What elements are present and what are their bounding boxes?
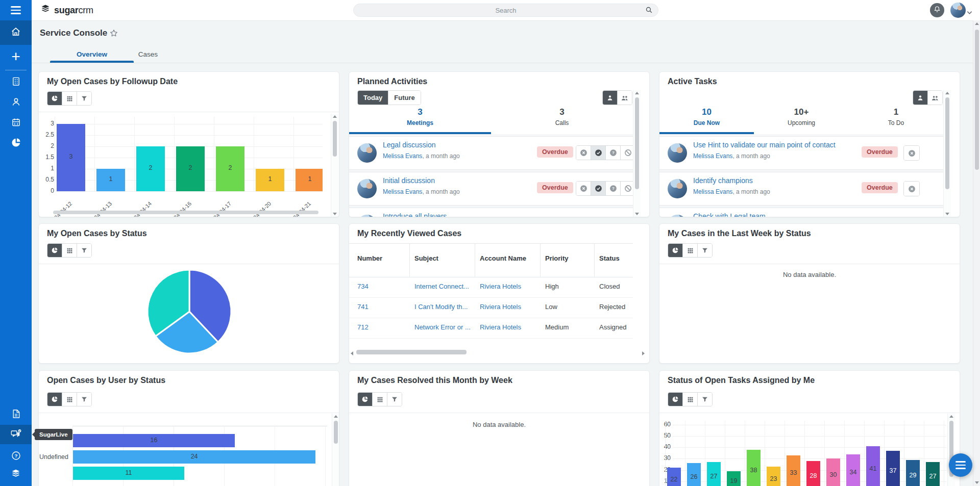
avatar[interactable] — [668, 179, 687, 198]
scroll-right-arrow[interactable] — [642, 351, 645, 355]
activity-link[interactable]: Legal discussion — [383, 141, 531, 149]
scroll-down-arrow[interactable] — [333, 213, 337, 215]
filter-button[interactable] — [698, 244, 712, 257]
vertical-scrollbar[interactable] — [633, 90, 641, 217]
page-scrollbar-thumb[interactable] — [975, 30, 979, 170]
team-items-button[interactable] — [618, 91, 632, 105]
held-activity-icon[interactable] — [591, 182, 606, 195]
scroll-down-arrow[interactable] — [635, 213, 639, 215]
held-activity-icon[interactable] — [591, 146, 606, 160]
quick-actions-fab[interactable] — [949, 453, 972, 477]
toggle-future[interactable]: Future — [388, 91, 420, 105]
vertical-scrollbar-thumb[interactable] — [635, 97, 639, 189]
my-items-button[interactable] — [913, 91, 928, 105]
table-view-button[interactable] — [683, 244, 698, 257]
chart-view-button[interactable] — [358, 393, 373, 406]
toggle-today[interactable]: Today — [358, 91, 388, 105]
scroll-up-arrow[interactable] — [945, 92, 949, 94]
search-icon[interactable] — [645, 6, 653, 16]
case-subject-link[interactable]: Internet Connect... — [414, 283, 469, 290]
sidebar-item-create[interactable]: + — [0, 45, 32, 68]
search-input[interactable] — [353, 4, 658, 17]
user-avatar[interactable] — [950, 3, 966, 18]
task-link[interactable]: Check with Legal team — [693, 212, 857, 217]
horizontal-scrollbar-thumb[interactable] — [53, 211, 318, 214]
favorite-star-icon[interactable] — [109, 29, 118, 40]
filter-button[interactable] — [387, 393, 402, 406]
chevron-down-icon[interactable] — [967, 8, 972, 17]
vertical-scrollbar-thumb[interactable] — [945, 97, 949, 189]
horizontal-scrollbar-thumb[interactable] — [356, 350, 467, 354]
vertical-scrollbar[interactable] — [947, 414, 955, 486]
notifications-button[interactable] — [930, 3, 944, 17]
scroll-down-arrow[interactable] — [945, 213, 949, 215]
close-activity-icon[interactable] — [576, 182, 591, 195]
tab-upcoming[interactable]: 10+ Upcoming — [754, 106, 849, 134]
chart-view-button[interactable] — [47, 92, 62, 105]
assignee-link[interactable]: Melissa Evans — [383, 152, 422, 160]
scroll-down-arrow[interactable] — [975, 481, 979, 484]
column-header-number[interactable]: Number — [357, 254, 382, 262]
scroll-up-arrow[interactable] — [333, 115, 337, 118]
column-header-priority[interactable]: Priority — [545, 254, 569, 262]
table-view-button[interactable] — [62, 393, 77, 406]
avatar[interactable] — [357, 215, 377, 217]
account-link[interactable]: Riviera Hotels — [480, 323, 521, 331]
my-items-button[interactable] — [603, 91, 618, 105]
tentative-activity-icon[interactable]: ? — [606, 182, 621, 195]
scroll-left-arrow[interactable] — [351, 351, 353, 355]
sidebar-item-calendar[interactable] — [0, 113, 32, 133]
team-items-button[interactable] — [928, 91, 942, 105]
column-header-status[interactable]: Status — [599, 254, 620, 262]
vertical-scrollbar-thumb[interactable] — [334, 421, 338, 444]
sidebar-item-accounts[interactable] — [0, 72, 32, 92]
tentative-activity-icon[interactable]: ? — [606, 146, 621, 160]
close-task-icon[interactable] — [904, 182, 919, 196]
page-scrollbar[interactable] — [973, 20, 980, 486]
table-view-button[interactable] — [373, 393, 387, 406]
column-header-subject[interactable]: Subject — [414, 254, 438, 262]
vertical-scrollbar[interactable] — [332, 414, 339, 486]
sidebar-item-help[interactable]: ? — [0, 446, 32, 467]
filter-button[interactable] — [698, 393, 712, 406]
vertical-scrollbar[interactable] — [331, 114, 338, 217]
sidebar-item-home[interactable] — [0, 20, 32, 45]
vertical-scrollbar-thumb[interactable] — [333, 121, 337, 157]
filter-button[interactable] — [77, 92, 91, 105]
case-number-link[interactable]: 741 — [357, 303, 369, 311]
tab-calls[interactable]: 3 Calls — [491, 106, 633, 134]
scroll-up-arrow[interactable] — [334, 415, 338, 418]
tab-due-now[interactable]: 10 Due Now — [659, 106, 754, 134]
close-activity-icon[interactable] — [576, 146, 591, 160]
table-view-button[interactable] — [62, 92, 77, 105]
tab-meetings[interactable]: 3 Meetings — [349, 106, 491, 134]
case-number-link[interactable]: 734 — [357, 283, 369, 290]
case-subject-link[interactable]: I Can't Modify th... — [414, 303, 468, 311]
sidebar-item-sugarlive[interactable] — [0, 425, 32, 444]
scroll-up-arrow[interactable] — [635, 92, 639, 94]
avatar[interactable] — [357, 143, 377, 163]
sidebar-menu-toggle[interactable] — [0, 3, 32, 17]
table-view-button[interactable] — [683, 393, 698, 406]
tab-overview[interactable]: Overview — [50, 50, 134, 58]
account-link[interactable]: Riviera Hotels — [480, 283, 521, 290]
scroll-up-arrow[interactable] — [949, 415, 953, 418]
avat​ar[interactable] — [357, 179, 377, 198]
sidebar-item-documents[interactable] — [0, 404, 32, 425]
sidebar-item-contacts[interactable] — [0, 92, 32, 113]
activity-link[interactable]: Initial discussion — [383, 176, 531, 185]
task-link[interactable]: Identify champions — [693, 176, 857, 185]
account-link[interactable]: Riviera Hotels — [480, 303, 521, 311]
assignee-link[interactable]: Melissa Evans — [693, 188, 732, 195]
assignee-link[interactable]: Melissa Evans — [693, 152, 732, 160]
scroll-up-arrow[interactable] — [975, 22, 979, 25]
filter-button[interactable] — [77, 393, 91, 406]
avatar[interactable] — [668, 143, 687, 163]
chart-view-button[interactable] — [668, 393, 683, 406]
sidebar-item-reports[interactable] — [0, 133, 32, 154]
chart-view-button[interactable] — [668, 244, 683, 257]
column-header-account[interactable]: Account Name — [480, 254, 526, 262]
tab-to-do[interactable]: 1 To Do — [849, 106, 943, 134]
case-number-link[interactable]: 712 — [357, 323, 369, 331]
sidebar-item-modules[interactable] — [0, 465, 32, 485]
